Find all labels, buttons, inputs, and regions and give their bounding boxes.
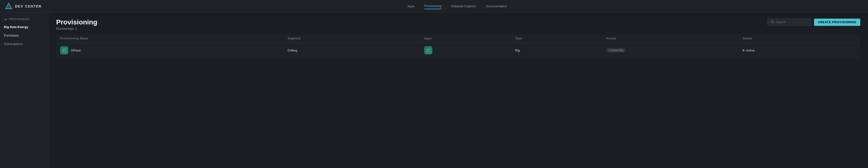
nav-link-datasets[interactable]: Datasets Explorer xyxy=(451,3,476,9)
title-area: Provisioning Provisionings: 1 xyxy=(56,18,97,31)
provisioning-table: Provisioning Name Segment Apps Type Asse… xyxy=(56,34,860,58)
layout: ☁ PROVISIONING Big Data Energy Purchases… xyxy=(0,12,868,168)
logo-area: DEV CENTER xyxy=(5,2,42,10)
cell-type: Rig xyxy=(515,49,606,52)
provisionings-count: Provisionings: 1 xyxy=(56,27,97,31)
assets-badge: 0 Delete Rig xyxy=(606,48,626,53)
cloud-icon: ☁ xyxy=(4,17,7,21)
nav-link-documentation[interactable]: Documentation xyxy=(486,3,507,9)
sidebar: ☁ PROVISIONING Big Data Energy Purchases… xyxy=(0,12,49,168)
sidebar-item-subscriptions-label: Subscriptions xyxy=(4,42,23,46)
col-header-segment: Segment xyxy=(287,37,424,40)
nav-links: Apps Provisioning Datasets Explorer Docu… xyxy=(51,3,863,9)
status-label: Active xyxy=(746,49,754,52)
cell-apps xyxy=(424,46,515,54)
header-actions: CREATE PROVISIONING xyxy=(768,18,860,26)
count-label: Provisionings: xyxy=(56,27,74,31)
cell-assets: 0 Delete Rig xyxy=(606,48,743,53)
sidebar-item-big-data-energy-label: Big Data Energy xyxy=(4,25,28,29)
page-header: Provisioning Provisionings: 1 CRE xyxy=(56,18,860,31)
sidebar-item-subscriptions[interactable]: Subscriptions xyxy=(0,40,48,48)
app-icon-apps xyxy=(424,46,432,54)
page-title: Provisioning xyxy=(56,18,97,26)
svg-line-3 xyxy=(773,23,774,24)
search-icon xyxy=(771,20,774,24)
col-header-apps: Apps xyxy=(424,37,515,40)
cell-segment: Drilling xyxy=(287,49,424,52)
top-navigation: DEV CENTER Apps Provisioning Datasets Ex… xyxy=(0,0,868,12)
table-header: Provisioning Name Segment Apps Type Asse… xyxy=(56,34,860,43)
app-title: DEV CENTER xyxy=(15,4,42,8)
search-box[interactable] xyxy=(768,18,811,26)
cell-provisioning-name: GRasd xyxy=(60,46,287,54)
sidebar-item-purchases[interactable]: Purchases xyxy=(0,31,48,40)
create-provisioning-button[interactable]: CREATE PROVISIONING xyxy=(814,18,860,26)
sidebar-section-provisioning: ☁ PROVISIONING xyxy=(0,15,48,23)
cell-status: Active xyxy=(743,49,857,52)
main-content: Provisioning Provisionings: 1 CRE xyxy=(49,12,868,168)
app-icon-grasd xyxy=(60,46,68,54)
sidebar-section-label: PROVISIONING xyxy=(9,18,30,20)
search-input[interactable] xyxy=(776,20,808,24)
nav-link-apps[interactable]: Apps xyxy=(407,3,414,9)
nav-link-provisioning[interactable]: Provisioning xyxy=(424,3,441,9)
col-header-assets: Assets xyxy=(606,37,743,40)
col-header-status: Status xyxy=(743,37,857,40)
table-row[interactable]: GRasd Drilling Rig 0 Delete Ri xyxy=(56,43,860,58)
row-name-label: GRasd xyxy=(71,49,81,52)
allotrope-logo-icon xyxy=(5,2,12,10)
sidebar-item-big-data-energy[interactable]: Big Data Energy xyxy=(0,23,48,31)
sidebar-item-purchases-label: Purchases xyxy=(4,34,19,37)
status-dot-active xyxy=(743,49,744,51)
col-header-type: Type xyxy=(515,37,606,40)
col-header-name: Provisioning Name xyxy=(60,37,287,40)
count-value: 1 xyxy=(75,27,77,31)
